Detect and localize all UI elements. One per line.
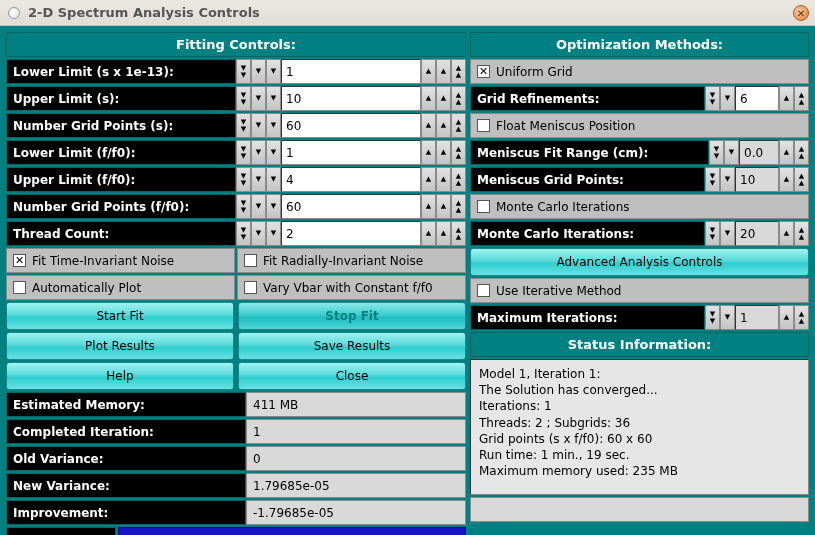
- status-info-text[interactable]: Model 1, Iteration 1: The Solution has c…: [470, 359, 809, 495]
- input-monte-carlo-iter[interactable]: 20: [735, 221, 779, 246]
- stepper-fine-up[interactable]: [421, 113, 436, 138]
- stepper-med-down[interactable]: [251, 59, 266, 84]
- input-grid-refinements[interactable]: 6: [735, 86, 779, 111]
- stepper-coarse-up[interactable]: [451, 194, 466, 219]
- stepper-med-down[interactable]: [251, 86, 266, 111]
- stepper-fine-down[interactable]: [266, 221, 281, 246]
- stepper-coarse-up[interactable]: [451, 140, 466, 165]
- input-lower-limit-f[interactable]: 1: [281, 140, 421, 165]
- stepper-fine-up[interactable]: [779, 305, 794, 330]
- close-window-button[interactable]: ✕: [793, 5, 809, 21]
- stepper-coarse-up[interactable]: [794, 305, 809, 330]
- stepper-fine-down[interactable]: [724, 140, 739, 165]
- stepper-fine-down[interactable]: [266, 86, 281, 111]
- row-thread-count: Thread Count: 2: [6, 221, 466, 246]
- stepper-coarse-down[interactable]: [236, 59, 251, 84]
- stepper-coarse-up[interactable]: [794, 86, 809, 111]
- stepper-fine-up[interactable]: [421, 59, 436, 84]
- stepper-fine-up[interactable]: [779, 167, 794, 192]
- stepper-fine-down[interactable]: [720, 305, 735, 330]
- stepper-fine-up[interactable]: [421, 194, 436, 219]
- stepper-fine-up[interactable]: [779, 140, 794, 165]
- stepper-fine-down[interactable]: [266, 194, 281, 219]
- stepper-med-down[interactable]: [251, 167, 266, 192]
- stepper-med-down[interactable]: [251, 140, 266, 165]
- stepper-med-up[interactable]: [436, 59, 451, 84]
- stepper-coarse-down[interactable]: [236, 167, 251, 192]
- label-new-variance: New Variance:: [6, 473, 246, 498]
- stepper-fine-up[interactable]: [779, 86, 794, 111]
- stepper-med-down[interactable]: [251, 221, 266, 246]
- check-float-meniscus[interactable]: Float Meniscus Position: [470, 113, 809, 138]
- check-uniform-grid[interactable]: ✕ Uniform Grid: [470, 59, 809, 84]
- stepper-coarse-up[interactable]: [794, 140, 809, 165]
- stepper-fine-down[interactable]: [266, 167, 281, 192]
- input-meniscus-range[interactable]: 0.0: [739, 140, 779, 165]
- stepper-med-up[interactable]: [436, 86, 451, 111]
- close-button[interactable]: Close: [238, 362, 466, 390]
- stepper-fine-down[interactable]: [266, 140, 281, 165]
- window-menu-icon[interactable]: [8, 7, 20, 19]
- stepper-fine-down[interactable]: [266, 113, 281, 138]
- input-max-iterations[interactable]: 1: [735, 305, 779, 330]
- stop-fit-button[interactable]: Stop Fit: [238, 302, 466, 330]
- stepper-fine-down[interactable]: [720, 221, 735, 246]
- stepper-coarse-down[interactable]: [236, 86, 251, 111]
- stepper-coarse-up[interactable]: [794, 221, 809, 246]
- input-lower-limit-s[interactable]: 1: [281, 59, 421, 84]
- check-auto-plot[interactable]: Automatically Plot: [6, 275, 235, 300]
- stepper-med-up[interactable]: [436, 113, 451, 138]
- start-fit-button[interactable]: Start Fit: [6, 302, 234, 330]
- check-iterative-method-label: Use Iterative Method: [496, 284, 622, 298]
- stepper-fine-down[interactable]: [720, 167, 735, 192]
- checkbox-icon: ✕: [477, 65, 490, 78]
- value-old-variance: 0: [246, 446, 466, 471]
- stepper-coarse-up[interactable]: [451, 86, 466, 111]
- label-completed-iter: Completed Iteration:: [6, 419, 246, 444]
- stepper-coarse-down[interactable]: [709, 140, 724, 165]
- input-meniscus-grid[interactable]: 10: [735, 167, 779, 192]
- save-results-button[interactable]: Save Results: [238, 332, 466, 360]
- stepper-fine-up[interactable]: [421, 140, 436, 165]
- stepper-coarse-down[interactable]: [236, 113, 251, 138]
- stepper-coarse-up[interactable]: [451, 221, 466, 246]
- stepper-coarse-down[interactable]: [705, 221, 720, 246]
- stepper-coarse-down[interactable]: [236, 140, 251, 165]
- stepper-med-up[interactable]: [436, 140, 451, 165]
- stepper-coarse-down[interactable]: [705, 167, 720, 192]
- stepper-fine-down[interactable]: [266, 59, 281, 84]
- stepper-fine-up[interactable]: [779, 221, 794, 246]
- stepper-fine-down[interactable]: [720, 86, 735, 111]
- check-vary-vbar[interactable]: Vary Vbar with Constant f/f0: [237, 275, 466, 300]
- input-grid-points-f[interactable]: 60: [281, 194, 421, 219]
- stepper-med-up[interactable]: [436, 167, 451, 192]
- input-grid-points-s[interactable]: 60: [281, 113, 421, 138]
- check-ti-noise[interactable]: ✕ Fit Time-Invariant Noise: [6, 248, 235, 273]
- check-monte-carlo[interactable]: Monte Carlo Iterations: [470, 194, 809, 219]
- stepper-coarse-down[interactable]: [236, 194, 251, 219]
- stepper-coarse-up[interactable]: [794, 167, 809, 192]
- plot-results-button[interactable]: Plot Results: [6, 332, 234, 360]
- stepper-coarse-up[interactable]: [451, 113, 466, 138]
- stepper-coarse-up[interactable]: [451, 59, 466, 84]
- stepper-fine-up[interactable]: [421, 221, 436, 246]
- stepper-med-down[interactable]: [251, 194, 266, 219]
- stepper-coarse-up[interactable]: [451, 167, 466, 192]
- input-upper-limit-f[interactable]: 4: [281, 167, 421, 192]
- stepper-fine-up[interactable]: [421, 167, 436, 192]
- stepper-fine-up[interactable]: [421, 86, 436, 111]
- input-upper-limit-s[interactable]: 10: [281, 86, 421, 111]
- stepper-med-up[interactable]: [436, 194, 451, 219]
- label-grid-points-f: Number Grid Points (f/f0):: [6, 194, 236, 219]
- stepper-coarse-down[interactable]: [705, 86, 720, 111]
- help-button[interactable]: Help: [6, 362, 234, 390]
- advanced-analysis-button[interactable]: Advanced Analysis Controls: [470, 248, 809, 276]
- input-thread-count[interactable]: 2: [281, 221, 421, 246]
- stepper-med-up[interactable]: [436, 221, 451, 246]
- stepper-coarse-down[interactable]: [236, 221, 251, 246]
- row-monte-carlo-iter: Monte Carlo Iterations: 20: [470, 221, 809, 246]
- check-iterative-method[interactable]: Use Iterative Method: [470, 278, 809, 303]
- stepper-med-down[interactable]: [251, 113, 266, 138]
- stepper-coarse-down[interactable]: [705, 305, 720, 330]
- check-ri-noise[interactable]: Fit Radially-Invariant Noise: [237, 248, 466, 273]
